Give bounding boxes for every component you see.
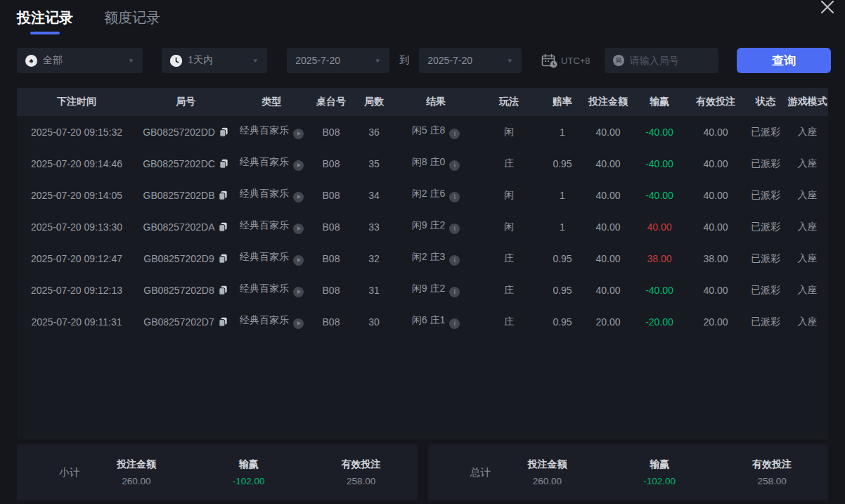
play-cell: 庄 [477, 306, 541, 337]
info-icon[interactable]: i [449, 192, 460, 202]
replay-icon[interactable] [293, 129, 304, 139]
game-mode-cell: 入座 [787, 211, 828, 243]
copy-icon[interactable] [219, 254, 228, 264]
game-mode-cell: 入座 [787, 179, 828, 211]
subtotal-bet: 投注金额 260.00 [80, 458, 193, 486]
summary-bar: 小计 投注金额 260.00 输赢 -102.00 有效投注 258.00 总计… [17, 444, 828, 500]
column-header: 游戏模式 [787, 88, 828, 116]
odds-cell: 1 [541, 211, 584, 243]
spade-icon: ♠ [25, 55, 37, 67]
column-header: 桌台号 [309, 88, 354, 116]
valid-bet-cell: 40.00 [687, 179, 744, 211]
round-id-cell: GB08257202DD [136, 116, 235, 148]
subtotal-panel: 小计 投注金额 260.00 输赢 -102.00 有效投注 258.00 [17, 444, 418, 500]
time-range-select[interactable]: 1天内 ▼ [162, 48, 267, 73]
replay-icon[interactable] [293, 255, 304, 266]
round-no-cell: 33 [354, 211, 394, 243]
valid-bet-cell: 38.00 [687, 243, 744, 274]
subtotal-valid: 有效投注 258.00 [305, 458, 418, 486]
round-icon: 局 [613, 55, 624, 66]
date-to-select[interactable]: 2025-7-20 ▼ [419, 48, 522, 73]
chevron-down-icon: ▼ [127, 58, 134, 64]
copy-icon[interactable] [219, 317, 228, 327]
play-icon [297, 226, 301, 231]
game-mode-cell: 入座 [787, 243, 828, 274]
valid-bet-cell: 40.00 [687, 211, 744, 243]
status-cell: 已派彩 [744, 306, 787, 337]
info-icon[interactable]: i [449, 160, 460, 171]
tab-quota-records[interactable]: 额度记录 [104, 8, 160, 27]
game-type-cell: 经典百家乐 [235, 179, 309, 211]
bet-amount-cell: 40.00 [584, 243, 632, 274]
play-icon [297, 321, 301, 325]
play-cell: 庄 [477, 148, 541, 179]
date-from-select[interactable]: 2025-7-20 ▼ [287, 48, 389, 73]
game-type-select[interactable]: ♠ 全部 ▼ [17, 48, 143, 73]
play-icon [297, 195, 301, 199]
records-table: 下注时间局号类型桌台号局数结果玩法赔率投注金额输赢有效投注状态游戏模式 2025… [17, 88, 828, 439]
odds-cell: 1 [541, 179, 584, 211]
subtotal-label: 小计 [17, 466, 80, 479]
total-panel: 总计 投注金额 260.00 输赢 -102.00 有效投注 258.00 [428, 444, 829, 500]
table-no-cell: B08 [309, 306, 354, 337]
info-icon[interactable]: i [449, 255, 460, 266]
round-id-input[interactable] [630, 55, 711, 66]
clock-icon [170, 55, 182, 67]
replay-icon[interactable] [293, 192, 304, 202]
query-button[interactable]: 查询 [737, 48, 831, 73]
copy-icon[interactable] [219, 285, 228, 295]
result-cell: 闲9 庄2i [394, 274, 477, 306]
info-icon[interactable]: i [449, 129, 460, 139]
status-cell: 已派彩 [744, 274, 787, 306]
bet-amount-cell: 40.00 [584, 179, 632, 211]
table-row: 2025-07-20 09:14:46GB08257202DC经典百家乐B083… [17, 148, 828, 179]
play-icon [297, 290, 301, 294]
round-no-cell: 32 [354, 243, 394, 274]
replay-icon[interactable] [293, 287, 304, 297]
round-id-cell: GB08257202D8 [136, 274, 235, 306]
copy-icon[interactable] [219, 222, 228, 232]
table-no-cell: B08 [309, 211, 354, 243]
info-icon[interactable]: i [449, 287, 460, 297]
win-loss-cell: -20.00 [632, 306, 687, 337]
copy-icon[interactable] [219, 190, 228, 200]
timezone-indicator[interactable]: UTC+8 [541, 53, 591, 68]
column-header: 局数 [354, 88, 394, 116]
result-cell: 闲8 庄0i [394, 148, 477, 179]
game-type-cell: 经典百家乐 [235, 148, 309, 179]
bet-time-cell: 2025-07-20 09:15:32 [17, 116, 136, 148]
game-type-cell: 经典百家乐 [235, 274, 309, 306]
result-cell: 闲5 庄8i [394, 116, 477, 148]
copy-icon[interactable] [219, 159, 228, 169]
replay-icon[interactable] [293, 160, 304, 171]
bet-time-cell: 2025-07-20 09:12:47 [17, 243, 136, 274]
play-cell: 闲 [477, 179, 541, 211]
play-icon [297, 131, 301, 136]
table-row: 2025-07-20 09:11:31GB08257202D7经典百家乐B083… [17, 306, 828, 337]
replay-icon[interactable] [293, 224, 304, 234]
bet-amount-cell: 40.00 [584, 116, 632, 148]
filter-bar: ♠ 全部 ▼ 1天内 ▼ 2025-7-20 ▼ 到 2025-7-20 ▼ [17, 48, 831, 73]
tab-betting-records[interactable]: 投注记录 [17, 8, 73, 34]
table-row: 2025-07-20 09:13:30GB08257202DA经典百家乐B083… [17, 211, 828, 243]
status-cell: 已派彩 [744, 116, 787, 148]
round-id-cell: GB08257202D7 [136, 306, 235, 337]
status-cell: 已派彩 [744, 243, 787, 274]
replay-icon[interactable] [293, 318, 304, 329]
betting-records-panel: 投注记录 额度记录 ♠ 全部 ▼ 1天内 ▼ 2025-7-20 ▼ [0, 0, 845, 504]
bet-amount-cell: 40.00 [584, 274, 632, 306]
total-bet: 投注金额 260.00 [491, 458, 604, 486]
valid-bet-cell: 40.00 [687, 274, 744, 306]
copy-icon[interactable] [219, 127, 228, 137]
column-header: 输赢 [632, 88, 687, 116]
bet-amount-cell: 40.00 [584, 211, 632, 243]
total-label: 总计 [428, 466, 491, 479]
info-icon[interactable]: i [449, 224, 460, 234]
close-icon[interactable] [817, 0, 838, 18]
result-cell: 闲2 庄3i [394, 243, 477, 274]
bet-time-cell: 2025-07-20 09:14:05 [17, 179, 136, 211]
info-icon[interactable]: i [449, 318, 460, 329]
timezone-label: UTC+8 [561, 56, 591, 66]
table-no-cell: B08 [309, 179, 354, 211]
column-header: 玩法 [477, 88, 541, 116]
